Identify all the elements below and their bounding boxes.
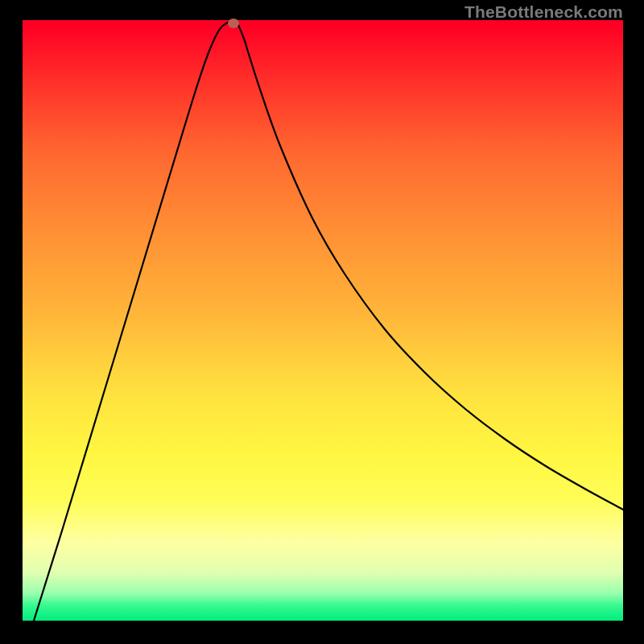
curve-line bbox=[34, 20, 623, 621]
chart-frame: TheBottleneck.com bbox=[0, 0, 644, 644]
curve-min-marker bbox=[228, 19, 239, 28]
curve-svg bbox=[23, 20, 623, 621]
plot-area bbox=[23, 20, 623, 621]
watermark-text: TheBottleneck.com bbox=[464, 2, 623, 22]
